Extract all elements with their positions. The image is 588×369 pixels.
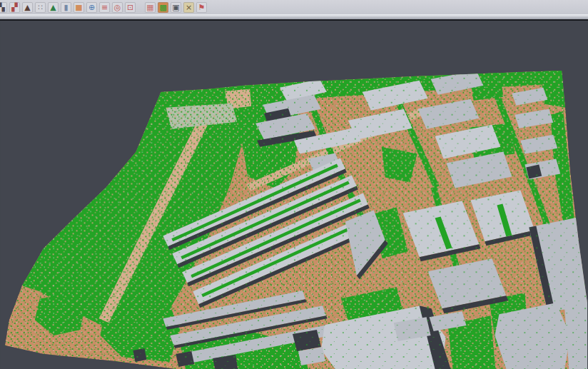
globe-icon-glyph: ⊕ bbox=[88, 2, 95, 13]
clear-icon-glyph: × bbox=[186, 2, 192, 13]
tiles-icon[interactable]: ▞ bbox=[9, 2, 20, 13]
grid-icon[interactable]: ▦ bbox=[145, 2, 156, 13]
layers-icon-glyph: ▚ bbox=[0, 2, 5, 13]
toolbar-separator bbox=[0, 14, 588, 21]
globe-icon[interactable]: ⊕ bbox=[86, 2, 97, 13]
flag-icon[interactable]: ⚑ bbox=[196, 2, 207, 13]
classification-map-icon-glyph: ▩ bbox=[159, 2, 166, 13]
clear-icon[interactable]: × bbox=[183, 2, 194, 13]
model-icon-glyph: ▣ bbox=[172, 2, 179, 13]
viewport-3d-scene[interactable] bbox=[0, 21, 588, 369]
classification-map-icon[interactable]: ▩ bbox=[158, 2, 168, 13]
terrain-dark-icon[interactable]: ▲ bbox=[22, 2, 33, 13]
panel-icon[interactable]: ▮ bbox=[61, 2, 71, 13]
points-icon[interactable]: ∷ bbox=[35, 2, 46, 13]
app-window: ▚▞▲∷▲▮■⊕≡◎⊡▦▩▣×⚑ bbox=[0, 0, 588, 369]
points-icon-glyph: ∷ bbox=[38, 2, 43, 13]
selection-icon-glyph: ⊡ bbox=[127, 2, 133, 13]
panel-icon-glyph: ▮ bbox=[64, 2, 68, 13]
scene-canvas[interactable] bbox=[0, 21, 588, 369]
orthophoto-icon[interactable]: ■ bbox=[74, 2, 84, 13]
toolbar: ▚▞▲∷▲▮■⊕≡◎⊡▦▩▣×⚑ bbox=[0, 0, 588, 14]
target-icon[interactable]: ◎ bbox=[112, 2, 123, 13]
model-icon[interactable]: ▣ bbox=[171, 2, 181, 13]
terrain-dark-icon-glyph: ▲ bbox=[24, 2, 30, 13]
layers-icon[interactable]: ▚ bbox=[0, 2, 7, 13]
list-icon[interactable]: ≡ bbox=[99, 2, 110, 13]
orthophoto-icon-glyph: ■ bbox=[75, 2, 82, 13]
target-icon-glyph: ◎ bbox=[114, 2, 121, 13]
terrain-green-icon-glyph: ▲ bbox=[50, 2, 56, 13]
selection-icon[interactable]: ⊡ bbox=[125, 2, 136, 13]
grid-icon-glyph: ▦ bbox=[146, 2, 153, 13]
tiles-icon-glyph: ▞ bbox=[11, 2, 17, 13]
terrain-green-icon[interactable]: ▲ bbox=[48, 2, 59, 13]
list-icon-glyph: ≡ bbox=[101, 2, 108, 13]
flag-icon-glyph: ⚑ bbox=[198, 2, 206, 13]
